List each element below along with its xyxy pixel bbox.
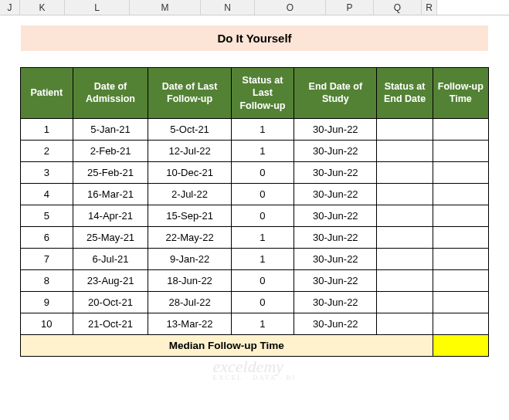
median-label[interactable]: Median Follow-up Time <box>21 334 433 356</box>
cell-statusLast[interactable]: 0 <box>231 205 294 226</box>
watermark-sub: EXCEL · DATA · BI <box>213 374 297 381</box>
cell-patient[interactable]: 5 <box>21 205 73 226</box>
cell-patient[interactable]: 7 <box>21 248 73 269</box>
table-row: 22-Feb-2112-Jul-22130-Jun-22 <box>21 140 489 161</box>
header-row: Patient Date of Admission Date of Last F… <box>21 68 489 119</box>
cell-admission[interactable]: 5-Jan-21 <box>73 118 148 140</box>
cell-followTime[interactable] <box>433 226 488 248</box>
cell-statusEnd[interactable] <box>377 226 433 248</box>
cell-endDate[interactable]: 30-Jun-22 <box>294 291 377 313</box>
col-header-L[interactable]: L <box>65 0 130 15</box>
cell-followTime[interactable] <box>433 269 488 291</box>
cell-statusEnd[interactable] <box>377 248 433 269</box>
cell-admission[interactable]: 21-Oct-21 <box>73 313 148 334</box>
cell-statusEnd[interactable] <box>377 291 433 313</box>
cell-lastFollow[interactable]: 9-Jan-22 <box>148 248 231 269</box>
cell-followTime[interactable] <box>433 248 488 269</box>
cell-patient[interactable]: 9 <box>21 291 73 313</box>
header-statusend[interactable]: Status at End Date <box>377 68 433 119</box>
cell-statusLast[interactable]: 0 <box>231 269 294 291</box>
table-row: 625-May-2122-May-22130-Jun-22 <box>21 226 489 248</box>
cell-admission[interactable]: 23-Aug-21 <box>73 269 148 291</box>
cell-lastFollow[interactable]: 22-May-22 <box>148 226 231 248</box>
col-header-O[interactable]: O <box>255 0 326 15</box>
cell-admission[interactable]: 20-Oct-21 <box>73 291 148 313</box>
cell-statusLast[interactable]: 1 <box>231 140 294 161</box>
cell-statusEnd[interactable] <box>377 140 433 161</box>
cell-lastFollow[interactable]: 2-Jul-22 <box>148 183 231 205</box>
col-header-R[interactable]: R <box>422 0 437 15</box>
median-row: Median Follow-up Time <box>21 334 489 356</box>
sheet-content: Do It Yourself Patient Date of Admission… <box>0 25 509 357</box>
cell-admission[interactable]: 14-Apr-21 <box>73 205 148 226</box>
cell-followTime[interactable] <box>433 205 488 226</box>
col-header-P[interactable]: P <box>326 0 374 15</box>
cell-endDate[interactable]: 30-Jun-22 <box>294 248 377 269</box>
cell-statusLast[interactable]: 0 <box>231 183 294 205</box>
cell-statusLast[interactable]: 0 <box>231 161 294 183</box>
cell-lastFollow[interactable]: 18-Jun-22 <box>148 269 231 291</box>
cell-endDate[interactable]: 30-Jun-22 <box>294 313 377 334</box>
cell-followTime[interactable] <box>433 161 488 183</box>
cell-followTime[interactable] <box>433 140 488 161</box>
col-header-K[interactable]: K <box>20 0 65 15</box>
cell-statusLast[interactable]: 1 <box>231 313 294 334</box>
cell-patient[interactable]: 3 <box>21 161 73 183</box>
watermark-main: exceldemy <box>213 357 297 377</box>
cell-endDate[interactable]: 30-Jun-22 <box>294 183 377 205</box>
table-row: 76-Jul-219-Jan-22130-Jun-22 <box>21 248 489 269</box>
cell-lastFollow[interactable]: 12-Jul-22 <box>148 140 231 161</box>
cell-patient[interactable]: 6 <box>21 226 73 248</box>
table-row: 416-Mar-212-Jul-22030-Jun-22 <box>21 183 489 205</box>
cell-lastFollow[interactable]: 28-Jul-22 <box>148 291 231 313</box>
cell-endDate[interactable]: 30-Jun-22 <box>294 226 377 248</box>
column-header-row: J K L M N O P Q R <box>0 0 509 15</box>
cell-admission[interactable]: 2-Feb-21 <box>73 140 148 161</box>
cell-statusLast[interactable]: 1 <box>231 118 294 140</box>
cell-statusEnd[interactable] <box>377 313 433 334</box>
cell-patient[interactable]: 8 <box>21 269 73 291</box>
cell-statusEnd[interactable] <box>377 118 433 140</box>
cell-admission[interactable]: 6-Jul-21 <box>73 248 148 269</box>
cell-lastFollow[interactable]: 10-Dec-21 <box>148 161 231 183</box>
header-patient[interactable]: Patient <box>21 68 73 119</box>
median-value[interactable] <box>433 334 488 356</box>
cell-followTime[interactable] <box>433 118 488 140</box>
cell-statusLast[interactable]: 0 <box>231 291 294 313</box>
cell-patient[interactable]: 1 <box>21 118 73 140</box>
header-statuslast[interactable]: Status at Last Follow-up <box>231 68 294 119</box>
cell-patient[interactable]: 2 <box>21 140 73 161</box>
header-admission[interactable]: Date of Admission <box>73 68 148 119</box>
cell-followTime[interactable] <box>433 183 488 205</box>
header-enddate[interactable]: End Date of Study <box>294 68 377 119</box>
header-lastfollow[interactable]: Date of Last Follow-up <box>148 68 231 119</box>
cell-endDate[interactable]: 30-Jun-22 <box>294 205 377 226</box>
cell-lastFollow[interactable]: 5-Oct-21 <box>148 118 231 140</box>
col-header-M[interactable]: M <box>130 0 201 15</box>
cell-endDate[interactable]: 30-Jun-22 <box>294 140 377 161</box>
cell-statusEnd[interactable] <box>377 205 433 226</box>
table-row: 920-Oct-2128-Jul-22030-Jun-22 <box>21 291 489 313</box>
cell-endDate[interactable]: 30-Jun-22 <box>294 269 377 291</box>
col-header-Q[interactable]: Q <box>374 0 422 15</box>
title-banner[interactable]: Do It Yourself <box>20 25 489 52</box>
cell-statusLast[interactable]: 1 <box>231 226 294 248</box>
cell-followTime[interactable] <box>433 291 488 313</box>
cell-lastFollow[interactable]: 13-Mar-22 <box>148 313 231 334</box>
cell-followTime[interactable] <box>433 313 488 334</box>
header-followtime[interactable]: Follow-up Time <box>433 68 488 119</box>
cell-lastFollow[interactable]: 15-Sep-21 <box>148 205 231 226</box>
col-header-J[interactable]: J <box>0 0 20 15</box>
cell-statusEnd[interactable] <box>377 269 433 291</box>
col-header-N[interactable]: N <box>201 0 255 15</box>
cell-statusEnd[interactable] <box>377 183 433 205</box>
cell-endDate[interactable]: 30-Jun-22 <box>294 161 377 183</box>
cell-patient[interactable]: 10 <box>21 313 73 334</box>
cell-admission[interactable]: 16-Mar-21 <box>73 183 148 205</box>
cell-admission[interactable]: 25-May-21 <box>73 226 148 248</box>
cell-admission[interactable]: 25-Feb-21 <box>73 161 148 183</box>
cell-patient[interactable]: 4 <box>21 183 73 205</box>
cell-statusLast[interactable]: 1 <box>231 248 294 269</box>
cell-endDate[interactable]: 30-Jun-22 <box>294 118 377 140</box>
cell-statusEnd[interactable] <box>377 161 433 183</box>
